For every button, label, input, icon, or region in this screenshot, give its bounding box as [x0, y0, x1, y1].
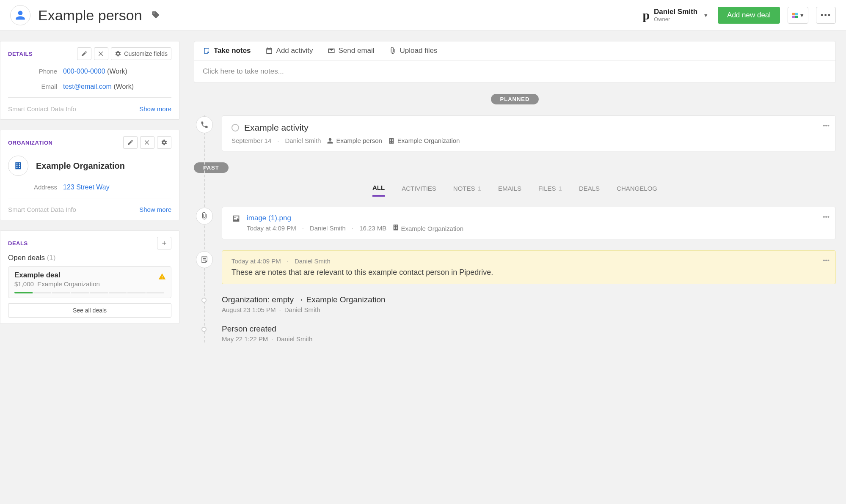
view-switcher-button[interactable]: ▾: [788, 7, 808, 24]
edit-details-button[interactable]: [77, 47, 91, 60]
smart-contact-org-label: Smart Contact Data Info: [8, 206, 76, 213]
filter-files[interactable]: FILES1: [538, 184, 562, 197]
change-owner: Daniel Smith: [284, 306, 320, 313]
customize-fields-label: Customize fields: [124, 50, 168, 57]
notes-input[interactable]: Click here to take notes...: [194, 60, 835, 82]
tab-send-email-label: Send email: [339, 47, 375, 55]
change-time: August 23 1:05 PM: [222, 306, 276, 313]
deal-name: Example deal: [14, 271, 165, 279]
change-owner: Daniel Smith: [276, 335, 312, 342]
building-icon: [388, 137, 395, 144]
tag-icon[interactable]: [152, 11, 160, 20]
email-icon: [328, 47, 335, 55]
organization-name[interactable]: Example Organization: [36, 161, 125, 171]
smart-contact-label: Smart Contact Data Info: [8, 105, 76, 112]
phone-value[interactable]: 000-000-0000: [63, 68, 105, 75]
organization-avatar: [8, 156, 28, 176]
note-text: These are notes that are relevant to thi…: [231, 268, 826, 277]
chevron-down-icon[interactable]: ▾: [702, 11, 710, 19]
attachment-icon: [389, 47, 397, 55]
note-owner: Daniel Smith: [295, 257, 331, 265]
close-organization-button[interactable]: [140, 136, 154, 149]
file-size: 16.23 MB: [359, 225, 386, 232]
timeline-item-change: Person created May 22 1:22 PM·Daniel Smi…: [222, 324, 836, 342]
filter-changelog[interactable]: CHANGELOG: [617, 184, 657, 197]
person-icon: [15, 10, 26, 21]
tab-add-activity[interactable]: Add activity: [265, 47, 313, 55]
page-header: Example person p Daniel Smith Owner ▾ Ad…: [0, 0, 846, 31]
add-new-deal-button[interactable]: Add new deal: [718, 7, 780, 24]
file-link[interactable]: image (1).png: [247, 214, 291, 222]
settings-organization-button[interactable]: [157, 136, 171, 149]
owner-name: Daniel Smith: [654, 8, 697, 16]
deals-panel: DEALS Open deals (1) Example deal $1,000…: [0, 230, 179, 324]
details-title: DETAILS: [8, 51, 33, 57]
open-deals-label: Open deals: [8, 254, 45, 262]
section-planned: PLANNED: [491, 94, 539, 104]
activity-more-button[interactable]: •••: [823, 122, 829, 129]
timeline-item-note: ••• Today at 4:09 PM· Daniel Smith These…: [222, 250, 836, 284]
email-value[interactable]: test@email.com: [63, 83, 112, 90]
tab-upload-files-label: Upload files: [400, 47, 438, 55]
owner-role: Owner: [654, 16, 697, 23]
note-time: Today at 4:09 PM: [231, 257, 281, 265]
warning-icon: [158, 273, 166, 282]
filter-notes[interactable]: NOTES1: [453, 184, 481, 197]
activity-org[interactable]: Example Organization: [388, 137, 460, 144]
address-value[interactable]: 123 Street Way: [63, 184, 110, 191]
file-org[interactable]: Example Organization: [392, 224, 463, 232]
phone-icon: [200, 121, 209, 129]
activity-owner: Daniel Smith: [285, 137, 321, 144]
close-icon: [144, 139, 151, 146]
edit-organization-button[interactable]: [123, 136, 138, 149]
add-deal-button[interactable]: [157, 237, 171, 249]
deal-progress: [14, 292, 165, 293]
filter-deals[interactable]: DEALS: [579, 184, 600, 197]
chevron-down-icon: ▾: [800, 11, 804, 19]
page-title: Example person: [38, 7, 142, 24]
filter-emails[interactable]: EMAILS: [498, 184, 521, 197]
activity-person[interactable]: Example person: [327, 137, 382, 144]
tab-take-notes[interactable]: Take notes: [203, 47, 251, 55]
filter-all[interactable]: ALL: [372, 184, 385, 197]
person-avatar: [10, 5, 30, 25]
image-icon: [231, 214, 241, 223]
change-title: Organization: empty → Example Organizati…: [222, 295, 836, 304]
email-label: Email: [8, 83, 57, 90]
calendar-icon: [265, 47, 273, 55]
timeline-item-change: Organization: empty → Example Organizati…: [222, 295, 836, 313]
email-suffix: (Work): [113, 83, 134, 90]
deal-amount: $1,000: [14, 280, 34, 288]
pipedrive-logo-icon: p: [642, 9, 650, 22]
timeline-item-file: ••• image (1).png Today at 4:09 PM· Dani…: [222, 207, 836, 239]
pencil-icon: [127, 139, 134, 146]
show-more-details-link[interactable]: Show more: [139, 105, 171, 112]
details-panel: DETAILS Customize fields Phone 000-000-0…: [0, 41, 179, 120]
file-type-icon: [196, 208, 213, 225]
open-deals-count: (1): [47, 254, 56, 262]
see-all-deals-button[interactable]: See all deals: [8, 303, 171, 318]
activity-done-checkbox[interactable]: [231, 124, 239, 131]
tab-send-email[interactable]: Send email: [328, 47, 375, 55]
tab-take-notes-label: Take notes: [214, 47, 251, 55]
note-more-button[interactable]: •••: [823, 257, 829, 264]
filter-activities[interactable]: ACTIVITIES: [402, 184, 436, 197]
see-all-deals-label: See all deals: [73, 307, 107, 314]
owner-block[interactable]: p Daniel Smith Owner ▾: [642, 8, 710, 23]
file-time: Today at 4:09 PM: [247, 225, 296, 232]
tab-upload-files[interactable]: Upload files: [389, 47, 438, 55]
close-details-button[interactable]: [94, 47, 108, 60]
gear-icon: [161, 139, 168, 146]
organization-title: ORGANIZATION: [8, 140, 52, 146]
customize-fields-button[interactable]: Customize fields: [111, 47, 171, 60]
file-more-button[interactable]: •••: [823, 213, 829, 220]
deal-card[interactable]: Example deal $1,000 Example Organization: [8, 266, 171, 298]
show-more-org-link[interactable]: Show more: [139, 206, 171, 213]
more-actions-button[interactable]: •••: [816, 7, 836, 24]
section-past: PAST: [194, 162, 229, 173]
timeline-item-activity: ••• Example activity September 14 · Dani…: [222, 115, 836, 151]
note-icon: [200, 255, 209, 264]
deals-title: DEALS: [8, 240, 28, 247]
note-type-icon: [196, 251, 213, 268]
note-icon: [203, 47, 210, 55]
